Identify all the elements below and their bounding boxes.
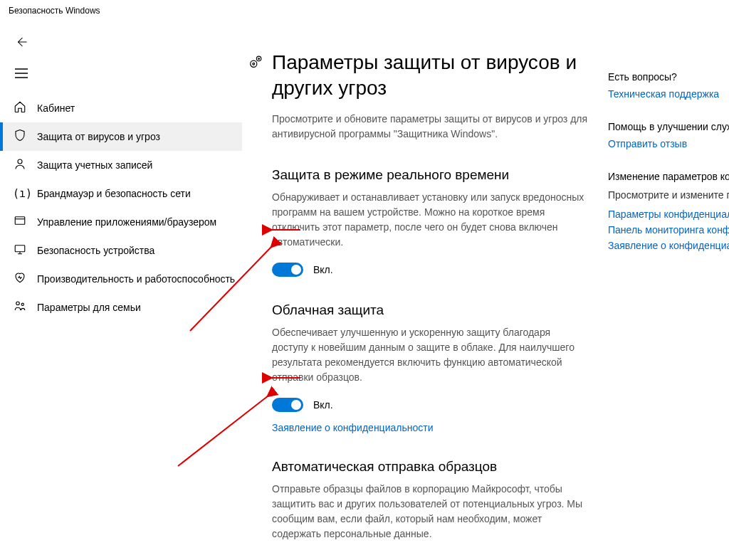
account-icon	[13, 157, 27, 173]
toggle-state-label: Вкл.	[313, 264, 333, 275]
sidebar-item-label: Безопасность устройства	[37, 245, 154, 256]
main-content: Параметры защиты от вирусов и других угр…	[242, 21, 608, 560]
right-sidebar: Есть вопросы? Техническая поддержка Помо…	[608, 21, 729, 560]
hamburger-menu-button[interactable]	[7, 60, 36, 87]
sidebar-item-device-health[interactable]: Производительность и работоспособность	[0, 265, 242, 293]
privacy-statement-link[interactable]: Заявление о конфиденциальности	[608, 240, 729, 251]
sidebar-item-virus-protection[interactable]: Защита от вирусов и угроз	[0, 122, 242, 151]
device-icon	[13, 243, 27, 258]
section-description: Отправьте образцы файлов в корпорацию Ма…	[272, 482, 588, 541]
group-title: Изменение параметров конфиденциальности	[608, 171, 729, 182]
section-description: Обеспечивает улучшенную и ускоренную защ…	[272, 325, 588, 385]
sidebar-item-label: Кабинет	[37, 102, 75, 114]
feedback-group: Помощь в улучшении службы "Безопасность …	[608, 121, 729, 149]
section-cloud-protection: Облачная защита Обеспечивает улучшенную …	[272, 302, 588, 433]
page-description: Просмотрите и обновите параметры защиты …	[272, 112, 588, 142]
svg-point-6	[253, 63, 255, 65]
sidebar-item-label: Защита от вирусов и угроз	[37, 131, 160, 142]
privacy-params-link[interactable]: Параметры конфиденциальности	[608, 208, 729, 220]
svg-rect-2	[15, 245, 25, 252]
group-text: Просмотрите и измените параметры конфиде…	[608, 188, 729, 203]
svg-point-4	[21, 303, 23, 305]
privacy-statement-link[interactable]: Заявление о конфиденциальности	[272, 422, 433, 433]
svg-point-7	[256, 56, 261, 60]
tech-support-link[interactable]: Техническая поддержка	[608, 88, 729, 100]
page-title: Параметры защиты от вирусов и других угр…	[272, 50, 588, 102]
sidebar: Кабинет Защита от вирусов и угроз Защита…	[0, 21, 242, 560]
family-icon	[13, 300, 27, 315]
sidebar-item-label: Производительность и работоспособность	[37, 273, 235, 285]
svg-point-0	[18, 159, 22, 164]
privacy-dashboard-link[interactable]: Панель мониторинга конфиденциальности	[608, 224, 729, 236]
sidebar-item-device-security[interactable]: Безопасность устройства	[0, 236, 242, 265]
sidebar-item-account-protection[interactable]: Защита учетных записей	[0, 151, 242, 179]
section-heading: Защита в режиме реального времени	[272, 167, 588, 183]
cloud-protection-toggle[interactable]	[272, 398, 303, 412]
network-icon: (ı)	[13, 187, 27, 200]
realtime-protection-toggle[interactable]	[272, 263, 303, 277]
shield-icon	[13, 129, 27, 144]
section-heading: Облачная защита	[272, 302, 588, 318]
sidebar-item-label: Параметры для семьи	[37, 302, 141, 313]
sidebar-item-label: Защита учетных записей	[37, 159, 152, 171]
window-title: Безопасность Windows	[0, 0, 729, 21]
sidebar-item-firewall[interactable]: (ı) Брандмауэр и безопасность сети	[0, 179, 242, 208]
health-icon	[13, 271, 27, 287]
sidebar-item-label: Брандмауэр и безопасность сети	[37, 188, 191, 199]
back-button[interactable]	[7, 28, 36, 56]
section-realtime-protection: Защита в режиме реального времени Обнару…	[272, 167, 588, 277]
sidebar-item-label: Управление приложениями/браузером	[37, 216, 216, 228]
sidebar-item-app-browser[interactable]: Управление приложениями/браузером	[0, 208, 242, 236]
svg-point-8	[258, 58, 260, 60]
send-feedback-link[interactable]: Отправить отзыв	[608, 138, 729, 149]
settings-gear-icon	[248, 54, 263, 74]
home-icon	[13, 100, 27, 116]
section-description: Обнаруживает и останавливает установку и…	[272, 190, 588, 250]
section-auto-sample-submission: Автоматическая отправка образцов Отправь…	[272, 459, 588, 541]
svg-point-5	[251, 60, 257, 67]
privacy-settings-group: Изменение параметров конфиденциальности …	[608, 171, 729, 251]
appbrowser-icon	[13, 214, 27, 230]
help-questions-group: Есть вопросы? Техническая поддержка	[608, 71, 729, 100]
group-title: Помощь в улучшении службы "Безопасность …	[608, 121, 729, 132]
sidebar-item-home[interactable]: Кабинет	[0, 94, 242, 122]
svg-rect-1	[15, 217, 25, 225]
sidebar-item-family-options[interactable]: Параметры для семьи	[0, 293, 242, 322]
svg-point-3	[16, 302, 20, 305]
section-heading: Автоматическая отправка образцов	[272, 459, 588, 475]
toggle-state-label: Вкл.	[313, 399, 333, 411]
group-title: Есть вопросы?	[608, 71, 729, 83]
